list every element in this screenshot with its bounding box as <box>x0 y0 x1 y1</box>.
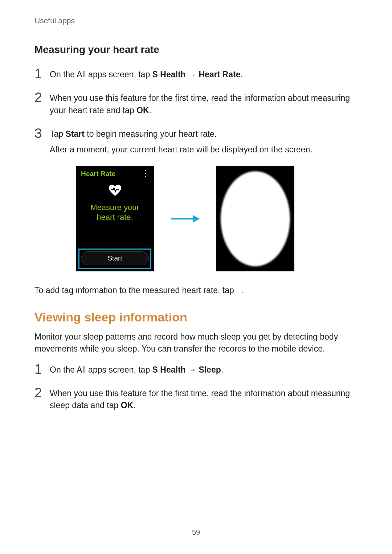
step-text: On the All apps screen, tap S Health → H… <box>50 66 243 81</box>
running-header: Useful apps <box>34 16 358 25</box>
device-prompt-line2: heart rate. <box>76 212 154 222</box>
more-menu-icon-inline <box>236 286 241 295</box>
text: . <box>149 106 151 115</box>
arrow-text: → <box>186 365 199 374</box>
bold-text: OK <box>136 106 149 115</box>
bold-text: Sleep <box>199 365 221 374</box>
section-intro: Monitor your sleep patterns and record h… <box>34 331 358 355</box>
step-number: 1 <box>34 362 50 376</box>
arrow-text: → <box>186 70 199 79</box>
text: To add tag information to the measured h… <box>34 286 236 295</box>
start-button-highlight: Start <box>78 249 151 269</box>
device-screenshot-right <box>216 166 294 271</box>
placeholder-oval <box>221 171 290 266</box>
text: . <box>241 286 243 295</box>
page-number: 59 <box>0 528 392 537</box>
heart-pulse-icon <box>108 184 122 197</box>
text: When you use this feature for the first … <box>50 93 350 115</box>
bold-text: S Health <box>152 365 186 374</box>
text: . <box>221 365 223 374</box>
device-prompt-line1: Measure your <box>76 202 154 213</box>
bold-text: Heart Rate <box>199 70 240 79</box>
step-item: 1 On the All apps screen, tap S Health →… <box>34 66 358 81</box>
text: When you use this feature for the first … <box>50 389 350 410</box>
bold-text: Start <box>65 129 84 139</box>
text: On the All apps screen, tap <box>50 70 152 79</box>
arrow-right-icon <box>171 214 200 223</box>
section-heading-sleep: Viewing sleep information <box>34 310 358 324</box>
step-text: When you use this feature for the first … <box>50 385 358 412</box>
tag-note: To add tag information to the measured h… <box>34 284 358 296</box>
text: Tap <box>50 129 65 139</box>
more-menu-icon: ⋮ <box>142 172 150 175</box>
svg-marker-1 <box>193 215 200 222</box>
text: . <box>240 70 242 79</box>
text: to begin measuring your heart rate. <box>85 129 217 139</box>
step-item: 2 When you use this feature for the firs… <box>34 385 358 412</box>
step-number: 1 <box>34 66 50 81</box>
step-text: On the All apps screen, tap S Health → S… <box>50 362 223 376</box>
text: . <box>133 401 135 410</box>
step-text: When you use this feature for the first … <box>50 90 358 116</box>
step-number: 3 <box>34 126 50 140</box>
section-heading-heart-rate: Measuring your heart rate <box>34 44 358 56</box>
bold-text: S Health <box>152 70 186 79</box>
start-button: Start <box>81 251 149 265</box>
step-subtext: After a moment, your current heart rate … <box>50 144 313 156</box>
step-item: 3 Tap Start to begin measuring your hear… <box>34 126 358 156</box>
step-item: 1 On the All apps screen, tap S Health →… <box>34 362 358 376</box>
step-number: 2 <box>34 90 50 104</box>
device-screen-title: Heart Rate <box>81 170 115 178</box>
text: On the All apps screen, tap <box>50 365 152 374</box>
device-screenshot-left: Heart Rate ⋮ Measure your heart rate. St… <box>76 166 154 271</box>
step-number: 2 <box>34 385 50 399</box>
step-text: Tap Start to begin measuring your heart … <box>50 126 313 156</box>
figure-heart-rate: Heart Rate ⋮ Measure your heart rate. St… <box>76 166 358 271</box>
step-item: 2 When you use this feature for the firs… <box>34 90 358 116</box>
bold-text: OK <box>121 401 134 410</box>
